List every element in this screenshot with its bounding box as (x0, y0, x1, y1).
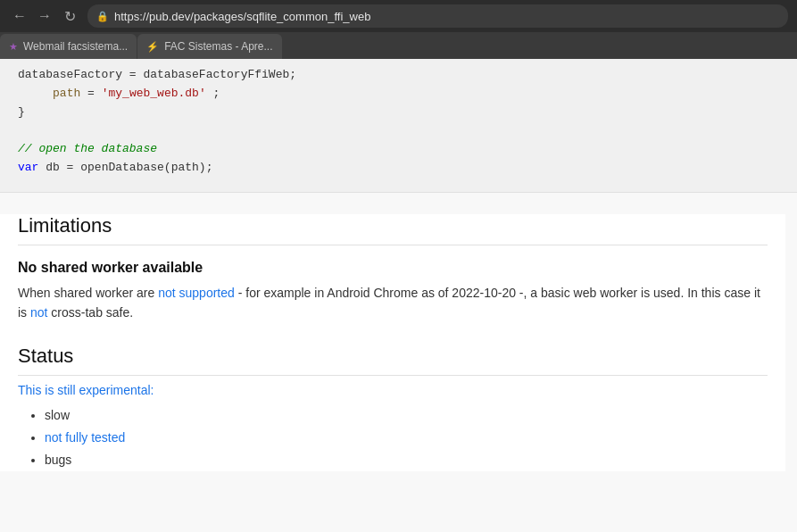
list-item-not-fully-tested: not fully tested (45, 427, 768, 449)
nav-buttons: ← → ↻ (9, 5, 80, 27)
code-eq: = (87, 87, 102, 100)
code-line-blank (18, 121, 779, 140)
code-semi: ; (213, 87, 220, 100)
webmail-tab-label: Webmail facsistema... (23, 40, 128, 53)
limitations-title: Limitations (18, 214, 768, 245)
code-opendb: db = openDatabase(path); (46, 161, 212, 174)
list-item-slow: slow (45, 404, 768, 427)
not-cross-tab-link[interactable]: not (30, 305, 47, 320)
webmail-tab-icon: ★ (9, 41, 18, 53)
list-item-bugs: bugs (45, 449, 768, 471)
code-keyword: var (18, 161, 38, 174)
forward-button[interactable]: → (34, 5, 55, 27)
experimental-text: This is still experimental: (18, 383, 768, 397)
tab-webmail[interactable]: ★ Webmail facsistema... (0, 34, 137, 59)
code-block: databaseFactory = databaseFactoryFfiWeb;… (0, 59, 797, 193)
refresh-button[interactable]: ↻ (59, 5, 80, 27)
status-list: slow not fully tested bugs (18, 404, 768, 472)
not-fully-tested-link[interactable]: not fully tested (45, 430, 125, 445)
desc-it: it (754, 286, 760, 300)
main-content-area: Limitations No shared worker available W… (0, 214, 785, 471)
fac-tab-label: FAC Sistemas - Apre... (164, 40, 272, 53)
code-comment: // open the database (18, 142, 157, 155)
code-prop: path (53, 87, 80, 100)
not-supported-link[interactable]: not supported (158, 286, 235, 300)
page-content: databaseFactory = databaseFactoryFfiWeb;… (0, 59, 797, 532)
code-text: databaseFactory = databaseFactoryFfiWeb; (18, 68, 296, 81)
desc-part1: When shared worker are (18, 286, 158, 300)
code-line-1: databaseFactory = databaseFactoryFfiWeb; (18, 66, 779, 85)
code-comment-line: // open the database (18, 140, 779, 159)
fac-tab-icon: ⚡ (146, 41, 159, 53)
no-shared-worker-title: No shared worker available (18, 260, 768, 276)
browser-tabs: ★ Webmail facsistema... ⚡ FAC Sistemas -… (0, 32, 797, 59)
status-title: Status (18, 345, 768, 376)
code-string: 'my_web_web.db' (102, 87, 206, 100)
bugs-text: bugs (45, 453, 71, 467)
lock-icon: 🔒 (96, 11, 109, 22)
tab-fac[interactable]: ⚡ FAC Sistemas - Apre... (137, 34, 281, 59)
code-line-2: path = 'my_web_web.db' ; (18, 85, 779, 104)
browser-chrome: ← → ↻ 🔒 https://pub.dev/packages/sqflite… (0, 0, 797, 32)
slow-text: slow (45, 408, 70, 422)
code-indent (18, 87, 46, 100)
url-text: https://pub.dev/packages/sqflite_common_… (114, 10, 370, 23)
address-bar[interactable]: 🔒 https://pub.dev/packages/sqflite_commo… (87, 4, 788, 28)
back-button[interactable]: ← (9, 5, 30, 27)
code-line-5: var db = openDatabase(path); (18, 159, 779, 178)
code-line-3: } (18, 104, 779, 122)
limitations-description: When shared worker are not supported - f… (18, 283, 768, 323)
code-brace: } (18, 105, 25, 119)
